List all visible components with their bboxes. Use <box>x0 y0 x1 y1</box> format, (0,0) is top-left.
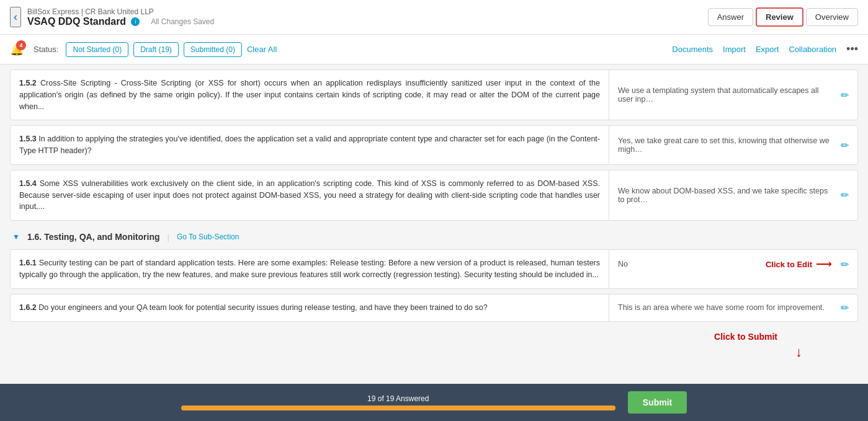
overview-button[interactable]: Overview <box>806 8 858 26</box>
import-link[interactable]: Import <box>723 45 746 54</box>
export-link[interactable]: Export <box>756 45 779 54</box>
answer-text: We use a templating system that automati… <box>618 86 836 104</box>
question-text: Do your engineers and your QA team look … <box>38 303 487 312</box>
edit-icon[interactable]: ✏ <box>841 140 849 151</box>
question-number: 1.5.4 <box>19 179 37 188</box>
status-label: Status: <box>34 45 58 54</box>
toolbar-left: 🔔 4 Status: Not Started (0) Draft (19) S… <box>10 42 277 57</box>
question-text: Cross-Site Scripting - Cross-Site Script… <box>19 79 600 111</box>
bell-badge: 4 <box>16 40 26 50</box>
answer-text: This is an area where we have some room … <box>618 303 836 312</box>
not-started-button[interactable]: Not Started (0) <box>66 42 128 57</box>
edit-icon[interactable]: ✏ <box>841 189 849 201</box>
table-row: 1.5.4 Some XSS vulnerabilities work excl… <box>10 170 858 221</box>
company-name: BillSox Express | CR Bank United LLP <box>27 7 214 16</box>
content-area: 1.5.2 Cross-Site Scripting - Cross-Site … <box>0 64 868 358</box>
answer-cell: We use a templating system that automati… <box>609 70 857 120</box>
collaboration-link[interactable]: Collaboration <box>789 45 836 54</box>
documents-link[interactable]: Documents <box>672 45 713 54</box>
clear-all-button[interactable]: Clear All <box>247 45 277 54</box>
answer-cell: We know about DOM-based XSS, and we take… <box>609 171 857 220</box>
goto-subsection-link[interactable]: Go To Sub-Section <box>177 233 239 241</box>
answer-text: We know about DOM-based XSS, and we take… <box>618 187 836 204</box>
answer-text: Yes, we take great care to set this, kno… <box>618 136 836 154</box>
review-button[interactable]: Review <box>756 7 803 27</box>
answer-button[interactable]: Answer <box>708 8 753 26</box>
table-row: 1.6.1 Security testing can be part of st… <box>10 249 858 289</box>
header-title-block: BillSox Express | CR Bank United LLP VSA… <box>27 7 214 27</box>
back-button[interactable]: ‹ <box>10 7 21 27</box>
question-cell: 1.5.3 In addition to applying the strate… <box>11 126 609 164</box>
header-actions: Answer Review Overview <box>708 7 858 27</box>
edit-icon[interactable]: ✏ <box>841 89 849 101</box>
arrow-right-icon: ⟶ <box>816 257 832 271</box>
question-number: 1.6.2 <box>19 303 37 312</box>
table-row: 1.5.2 Cross-Site Scripting - Cross-Site … <box>10 69 858 120</box>
question-text: Some XSS vulnerabilities work exclusivel… <box>19 179 600 211</box>
submitted-button[interactable]: Submitted (0) <box>184 42 242 57</box>
table-row: 1.6.2 Do your engineers and your QA team… <box>10 294 858 322</box>
question-cell: 1.6.1 Security testing can be part of st… <box>11 250 609 288</box>
question-number: 1.5.2 <box>19 79 37 87</box>
more-button[interactable]: ••• <box>846 43 858 56</box>
question-cell: 1.6.2 Do your engineers and your QA team… <box>11 295 609 321</box>
question-number: 1.5.3 <box>19 135 37 143</box>
submit-annotation-area: Click to Submit ↓ <box>10 327 858 358</box>
saved-status: All Changes Saved <box>151 17 214 26</box>
question-text: Security testing can be part of standard… <box>19 259 600 279</box>
edit-icon[interactable]: ✏ <box>841 302 849 314</box>
answer-text: No <box>618 260 766 268</box>
table-row: 1.5.3 In addition to applying the strate… <box>10 125 858 165</box>
app-header: ‹ BillSox Express | CR Bank United LLP V… <box>0 0 868 35</box>
question-cell: 1.5.4 Some XSS vulnerabilities work excl… <box>11 171 609 220</box>
section-toggle-icon[interactable]: ▼ <box>12 233 20 241</box>
click-to-edit-annotation: Click to Edit <box>766 260 812 269</box>
submit-down-arrow-icon: ↓ <box>795 344 802 358</box>
info-icon[interactable]: i <box>131 17 140 26</box>
notification-bell[interactable]: 🔔 4 <box>10 43 24 56</box>
section-title: 1.6. Testing, QA, and Monitoring <box>27 232 160 242</box>
answer-cell: No Click to Edit ⟶ ✏ <box>609 250 857 288</box>
section-header-1-6: ▼ 1.6. Testing, QA, and Monitoring | Go … <box>10 226 858 244</box>
toolbar-right: Documents Import Export Collaboration ••… <box>672 43 858 56</box>
answer-cell: Yes, we take great care to set this, kno… <box>609 126 857 164</box>
toolbar: 🔔 4 Status: Not Started (0) Draft (19) S… <box>0 35 868 64</box>
header-left: ‹ BillSox Express | CR Bank United LLP V… <box>10 7 214 27</box>
answer-cell: This is an area where we have some room … <box>609 295 857 321</box>
edit-icon[interactable]: ✏ <box>841 259 849 270</box>
question-number: 1.6.1 <box>19 259 37 267</box>
draft-button[interactable]: Draft (19) <box>133 42 179 57</box>
page-title: VSAQ DDQ Standard <box>27 16 126 27</box>
click-to-submit-annotation: Click to Submit <box>714 332 777 342</box>
question-text: In addition to applying the strategies y… <box>19 135 600 155</box>
question-cell: 1.5.2 Cross-Site Scripting - Cross-Site … <box>11 70 609 120</box>
